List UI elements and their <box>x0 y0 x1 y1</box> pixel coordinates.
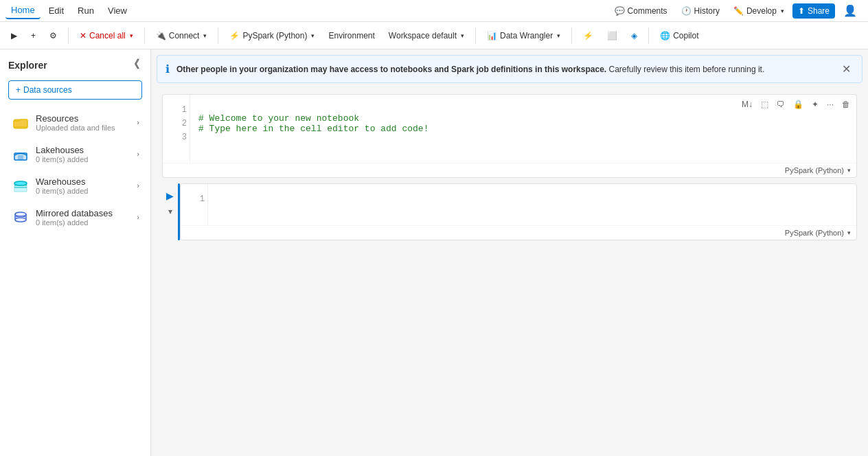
add-icon: + <box>31 31 36 41</box>
vscode-icon: ◈ <box>631 31 637 41</box>
code-comment-1: # Welcome to your new notebook <box>198 113 359 124</box>
monitor-btn[interactable]: ⬜ <box>602 28 623 43</box>
banner-close-button[interactable]: ✕ <box>839 62 854 76</box>
lakehouse-icon <box>11 144 30 163</box>
add-cell-button[interactable]: + <box>25 28 41 43</box>
info-icon: ℹ <box>165 62 170 76</box>
develop-button[interactable]: ✏️ Develop ▾ <box>728 3 790 19</box>
user-icon-button[interactable]: 👤 <box>838 1 863 20</box>
separator-3 <box>218 27 218 44</box>
settings-button[interactable]: ⚙ <box>44 28 62 43</box>
develop-dropdown-arrow: ▾ <box>781 8 784 14</box>
menu-run[interactable]: Run <box>72 3 100 19</box>
cell-2-lang-selector[interactable]: PySpark (Python) ▾ <box>785 229 851 237</box>
cell-2-lang-label: PySpark (Python) <box>785 229 844 237</box>
connect-button[interactable]: 🔌 Connect ▾ <box>150 28 213 43</box>
cell-1-toolbar: M↓ ⬚ 🗨 🔒 ✦ ··· 🗑 <box>738 98 854 111</box>
run-button[interactable]: ▶ <box>5 28 23 43</box>
workspace-selector[interactable]: Workspace default ▾ <box>383 28 470 43</box>
cell-2-footer: PySpark (Python) ▾ <box>181 225 856 240</box>
cell-1-line-3: 3 <box>182 130 187 144</box>
comments-button[interactable]: 💬 Comments <box>609 3 673 19</box>
cell-1-lang-arrow: ▾ <box>847 167 851 174</box>
sidebar-item-lakehouses[interactable]: Lakehouses 0 item(s) added › <box>3 139 148 169</box>
code-comment-2: # Type here in the cell editor to add co… <box>198 124 429 134</box>
cell-2-expand-button[interactable]: ▾ <box>167 205 174 218</box>
notebook-cell-2: 1 PySpark (Python) ▾ <box>180 183 857 240</box>
cell-2-code[interactable] <box>208 184 856 225</box>
copilot-button[interactable]: 🌐 Copilot <box>654 28 704 43</box>
resources-icon <box>11 113 30 132</box>
resources-text: Resources Uploaded data and files <box>36 113 137 132</box>
history-button[interactable]: 🕐 History <box>676 3 725 19</box>
cancel-all-button[interactable]: ✕ Cancel all ▾ <box>74 28 139 43</box>
connect-dropdown-arrow: ▾ <box>203 32 207 39</box>
cells-container: 1 2 3 # Welcome to your new notebook # T… <box>151 89 868 246</box>
cell-1-gutter: 1 2 3 <box>163 95 190 163</box>
cell-2-wrapper: ▶ ▾ 1 PySpark (Python) ▾ <box>162 183 857 240</box>
cell-2-controls: ▶ ▾ <box>162 183 178 223</box>
menu-bar: Home Edit Run View 💬 Comments 🕐 History … <box>0 0 868 22</box>
separator-4 <box>475 27 476 44</box>
sidebar-item-mirrored-databases[interactable]: Mirrored databases 0 item(s) added › <box>3 202 148 232</box>
cell-delete-button[interactable]: 🗑 <box>838 98 854 111</box>
separator-2 <box>144 27 145 44</box>
data-wrangler-icon: 📊 <box>487 31 497 41</box>
cancel-icon: ✕ <box>80 31 87 41</box>
mirrored-databases-chevron: › <box>137 213 139 221</box>
info-banner: ℹ Other people in your organization may … <box>157 55 863 83</box>
comment-icon: 💬 <box>615 6 625 16</box>
separator-5 <box>571 27 572 44</box>
mirrored-databases-text: Mirrored databases 0 item(s) added <box>36 208 137 227</box>
cell-2-gutter: 1 <box>181 184 208 225</box>
cell-1-lang-selector[interactable]: PySpark (Python) ▾ <box>785 166 851 174</box>
sidebar-collapse-button[interactable]: 《 <box>126 56 142 73</box>
sidebar: Explorer 《 + Data sources Resources Uplo… <box>0 49 151 456</box>
sidebar-item-resources[interactable]: Resources Uploaded data and files › <box>3 107 148 137</box>
environment-button[interactable]: Environment <box>323 28 380 43</box>
separator-1 <box>68 27 69 44</box>
history-icon: 🕐 <box>681 6 692 16</box>
share-icon: ⬆ <box>798 6 805 16</box>
cell-2-run-button[interactable]: ▶ <box>165 189 175 203</box>
develop-icon: ✏️ <box>733 6 744 16</box>
cell-2-content: 1 <box>181 184 856 225</box>
lightning-btn[interactable]: ⚡ <box>578 28 599 43</box>
share-button[interactable]: ⬆ Share <box>792 3 835 19</box>
workspace-dropdown-arrow: ▾ <box>461 32 464 39</box>
cell-comment-button[interactable]: 🗨 <box>773 98 788 111</box>
mirrored-db-icon <box>11 207 30 227</box>
notebook-cell-1: 1 2 3 # Welcome to your new notebook # T… <box>162 94 857 178</box>
vscode-btn[interactable]: ◈ <box>626 28 643 43</box>
banner-text: Other people in your organization may ha… <box>176 65 832 74</box>
add-data-sources-button[interactable]: + Data sources <box>8 80 142 100</box>
data-wrangler-dropdown-arrow: ▾ <box>557 32 560 39</box>
cell-more-button[interactable]: ··· <box>823 98 837 111</box>
menu-home[interactable]: Home <box>5 2 41 19</box>
cell-code-button[interactable]: ⬚ <box>757 98 772 111</box>
warehouses-text: Warehouses 0 item(s) added <box>36 176 137 195</box>
main-content: Explorer 《 + Data sources Resources Uplo… <box>0 49 868 456</box>
sidebar-header: Explorer 《 <box>0 49 150 80</box>
svg-point-7 <box>15 218 26 222</box>
connect-icon: 🔌 <box>156 31 166 41</box>
warehouse-icon <box>11 176 30 195</box>
cell-md-button[interactable]: M↓ <box>738 98 756 111</box>
svg-point-5 <box>14 181 27 185</box>
lakehouses-text: Lakehouses 0 item(s) added <box>36 145 137 163</box>
cell-sparkle-button[interactable]: ✦ <box>808 98 822 111</box>
cell-1-lang-label: PySpark (Python) <box>785 166 844 174</box>
menu-edit[interactable]: Edit <box>43 3 69 19</box>
svg-rect-3 <box>18 155 23 160</box>
menu-view[interactable]: View <box>102 3 133 19</box>
sidebar-item-warehouses[interactable]: Warehouses 0 item(s) added › <box>3 170 148 201</box>
user-icon: 👤 <box>843 4 857 17</box>
gear-icon: ⚙ <box>49 31 57 41</box>
cell-lock-button[interactable]: 🔒 <box>790 98 807 111</box>
cell-1-footer: PySpark (Python) ▾ <box>163 163 856 177</box>
lightning-icon: ⚡ <box>583 31 593 41</box>
monitor-icon: ⬜ <box>607 31 617 41</box>
spark-selector[interactable]: ⚡ PySpark (Python) ▾ <box>224 28 320 43</box>
data-wrangler-button[interactable]: 📊 Data Wrangler ▾ <box>481 28 566 43</box>
spark-dropdown-arrow: ▾ <box>311 32 315 39</box>
